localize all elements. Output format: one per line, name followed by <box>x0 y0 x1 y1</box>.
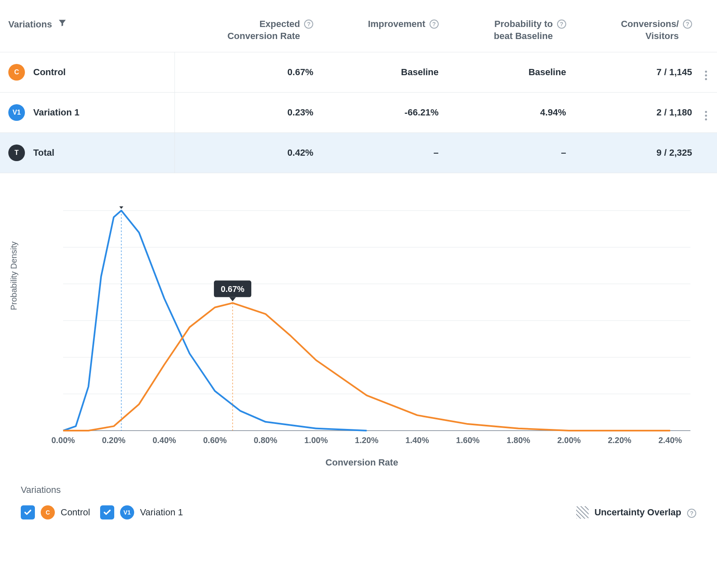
svg-text:2.20%: 2.20% <box>608 436 631 445</box>
table-row-total: T Total 0.42% – – 9 / 2,325 <box>0 133 717 173</box>
svg-text:1.40%: 1.40% <box>405 436 429 445</box>
svg-text:0.00%: 0.00% <box>52 436 75 445</box>
variations-table: Variations Expected Conversion Rate ? <box>0 8 717 173</box>
svg-text:1.20%: 1.20% <box>355 436 378 445</box>
row-menu-icon[interactable] <box>705 111 707 120</box>
help-icon[interactable]: ? <box>687 509 696 518</box>
control-badge: C <box>41 505 55 519</box>
total-badge: T <box>8 145 25 161</box>
variation-name: Variation 1 <box>33 107 79 118</box>
y-axis-label: Probability Density <box>9 242 19 311</box>
cell-probability: – <box>447 133 575 173</box>
cell-improvement: – <box>322 133 447 173</box>
svg-text:0.40%: 0.40% <box>152 436 176 445</box>
svg-text:0.67%: 0.67% <box>221 284 245 294</box>
help-icon[interactable]: ? <box>683 20 692 29</box>
hatch-icon <box>576 506 589 519</box>
svg-text:2.00%: 2.00% <box>557 436 581 445</box>
cell-expected: 0.67% <box>174 52 322 93</box>
column-variations: Variations <box>0 8 174 52</box>
cell-improvement: Baseline <box>322 52 447 93</box>
cell-conversions: 7 / 1,145 <box>575 52 700 93</box>
svg-text:2.40%: 2.40% <box>658 436 682 445</box>
column-improvement: Improvement ? <box>322 8 447 52</box>
column-variations-label: Variations <box>8 19 52 31</box>
help-icon[interactable]: ? <box>430 20 439 29</box>
svg-text:0.20%: 0.20% <box>102 436 125 445</box>
variation1-badge: V1 <box>120 505 134 519</box>
legend-variation1-label: Variation 1 <box>140 507 183 518</box>
cell-expected: 0.23% <box>174 93 322 133</box>
column-probability: Probability to beat Baseline ? <box>447 8 575 52</box>
checkbox-variation1[interactable] <box>100 505 114 519</box>
legend: Variations C Control V1 Variation 1 Unce… <box>21 485 696 519</box>
help-icon[interactable]: ? <box>304 20 313 29</box>
control-badge: C <box>8 64 25 81</box>
svg-text:0.80%: 0.80% <box>254 436 277 445</box>
variation-name: Total <box>33 147 54 158</box>
cell-conversions: 2 / 1,180 <box>575 93 700 133</box>
x-axis-label: Conversion Rate <box>23 457 700 468</box>
cell-probability: Baseline <box>447 52 575 93</box>
cell-probability: 4.94% <box>447 93 575 133</box>
variation1-badge: V1 <box>8 104 25 121</box>
table-row-control: C Control 0.67% Baseline Baseline 7 / 1,… <box>0 52 717 93</box>
cell-expected: 0.42% <box>174 133 322 173</box>
checkbox-control[interactable] <box>21 505 35 519</box>
filter-icon[interactable] <box>58 18 67 31</box>
legend-title: Variations <box>21 485 696 495</box>
svg-text:0.60%: 0.60% <box>203 436 227 445</box>
density-chart: Probability Density 0.00%0.20%0.40%0.60%… <box>23 206 700 468</box>
legend-overlap-label: Uncertainty Overlap <box>594 507 681 518</box>
table-row-variation1: V1 Variation 1 0.23% -66.21% 4.94% 2 / 1… <box>0 93 717 133</box>
legend-control-label: Control <box>61 507 90 518</box>
svg-text:1.00%: 1.00% <box>304 436 328 445</box>
chart-svg: 0.00%0.20%0.40%0.60%0.80%1.00%1.20%1.40%… <box>42 206 695 451</box>
svg-text:1.80%: 1.80% <box>507 436 530 445</box>
help-icon[interactable]: ? <box>557 20 566 29</box>
column-conversions: Conversions/ Visitors ? <box>575 8 700 52</box>
svg-text:1.60%: 1.60% <box>456 436 480 445</box>
row-menu-icon[interactable] <box>705 71 707 80</box>
column-expected: Expected Conversion Rate ? <box>174 8 322 52</box>
cell-improvement: -66.21% <box>322 93 447 133</box>
cell-conversions: 9 / 2,325 <box>575 133 700 173</box>
variation-name: Control <box>33 67 66 78</box>
